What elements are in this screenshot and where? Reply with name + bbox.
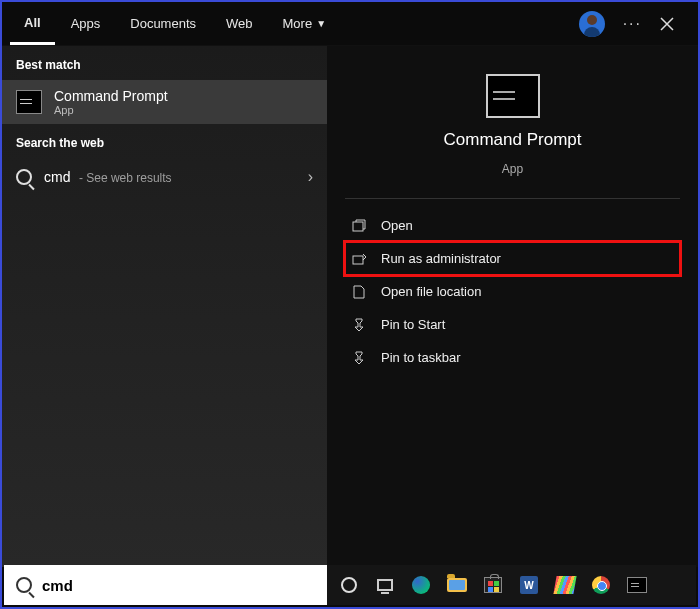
- store-icon: [484, 577, 502, 593]
- search-input[interactable]: [42, 577, 315, 594]
- taskbar-cortana[interactable]: [337, 573, 361, 597]
- details-title: Command Prompt: [444, 130, 582, 150]
- divider: [345, 198, 680, 199]
- word-icon: W: [520, 576, 538, 594]
- best-match-result[interactable]: Command Prompt App: [2, 80, 327, 124]
- user-avatar[interactable]: [579, 11, 605, 37]
- tab-apps[interactable]: Apps: [57, 2, 115, 45]
- command-prompt-icon: [16, 90, 42, 114]
- pin-taskbar-icon: [351, 351, 367, 365]
- best-match-text: Command Prompt App: [54, 88, 168, 116]
- taskbar-file-explorer[interactable]: [445, 573, 469, 597]
- action-run-as-administrator[interactable]: Run as administrator: [345, 242, 680, 275]
- pin-start-icon: [351, 318, 367, 332]
- action-open[interactable]: Open: [345, 209, 680, 242]
- terminal-icon: [627, 577, 647, 593]
- stripes-icon: [553, 576, 576, 594]
- taskbar-word[interactable]: W: [517, 573, 541, 597]
- chevron-right-icon: ›: [308, 168, 313, 186]
- taskbar-edge[interactable]: [409, 573, 433, 597]
- admin-icon: [351, 252, 367, 266]
- svg-rect-0: [353, 222, 363, 231]
- action-open-label: Open: [381, 218, 413, 233]
- close-icon: [660, 17, 674, 31]
- command-prompt-large-icon: [486, 74, 540, 118]
- action-pin-start-label: Pin to Start: [381, 317, 445, 332]
- tab-all[interactable]: All: [10, 2, 55, 45]
- cortana-icon: [341, 577, 357, 593]
- file-location-icon: [351, 285, 367, 299]
- close-button[interactable]: [660, 17, 680, 31]
- action-pin-taskbar-label: Pin to taskbar: [381, 350, 461, 365]
- taskbar-chrome[interactable]: [589, 573, 613, 597]
- taskbar: W: [327, 565, 696, 605]
- search-icon: [16, 169, 32, 185]
- best-match-subtitle: App: [54, 104, 168, 116]
- top-right-controls: ···: [579, 11, 690, 37]
- action-pin-to-start[interactable]: Pin to Start: [345, 308, 680, 341]
- details-panel: Command Prompt App Open Run as administr…: [327, 46, 698, 567]
- results-panel: Best match Command Prompt App Search the…: [2, 46, 327, 567]
- bottom-bar: W: [4, 565, 696, 605]
- web-result-left: cmd - See web results: [16, 168, 172, 186]
- search-box[interactable]: [4, 565, 327, 605]
- web-result-text: cmd - See web results: [44, 168, 172, 186]
- tab-more-label: More: [283, 16, 313, 31]
- filter-tabs: All Apps Documents Web More ▼: [10, 2, 579, 45]
- options-button[interactable]: ···: [623, 15, 642, 33]
- top-bar: All Apps Documents Web More ▼ ···: [2, 2, 698, 46]
- chrome-icon: [592, 576, 610, 594]
- chevron-down-icon: ▼: [316, 18, 326, 29]
- taskbar-task-view[interactable]: [373, 573, 397, 597]
- task-view-icon: [377, 579, 393, 591]
- tab-documents[interactable]: Documents: [116, 2, 210, 45]
- web-query: cmd: [44, 169, 70, 185]
- taskbar-microsoft-store[interactable]: [481, 573, 505, 597]
- details-hero: Command Prompt App: [345, 74, 680, 192]
- web-subtitle: - See web results: [79, 171, 172, 185]
- action-open-file-location[interactable]: Open file location: [345, 275, 680, 308]
- best-match-heading: Best match: [2, 46, 327, 80]
- search-window: All Apps Documents Web More ▼ ··· Best m…: [0, 0, 700, 609]
- action-open-location-label: Open file location: [381, 284, 481, 299]
- folder-icon: [447, 578, 467, 592]
- action-list: Open Run as administrator Open file loca…: [345, 209, 680, 374]
- svg-rect-1: [353, 256, 363, 264]
- taskbar-terminal[interactable]: [625, 573, 649, 597]
- content-body: Best match Command Prompt App Search the…: [2, 46, 698, 567]
- details-subtitle: App: [502, 162, 523, 176]
- tab-more[interactable]: More ▼: [269, 2, 341, 45]
- taskbar-app-stripes[interactable]: [553, 573, 577, 597]
- open-icon: [351, 219, 367, 233]
- best-match-title: Command Prompt: [54, 88, 168, 104]
- search-web-heading: Search the web: [2, 124, 327, 158]
- web-result[interactable]: cmd - See web results ›: [2, 158, 327, 196]
- action-run-admin-label: Run as administrator: [381, 251, 501, 266]
- search-icon: [16, 577, 32, 593]
- action-pin-to-taskbar[interactable]: Pin to taskbar: [345, 341, 680, 374]
- edge-icon: [412, 576, 430, 594]
- tab-web[interactable]: Web: [212, 2, 267, 45]
